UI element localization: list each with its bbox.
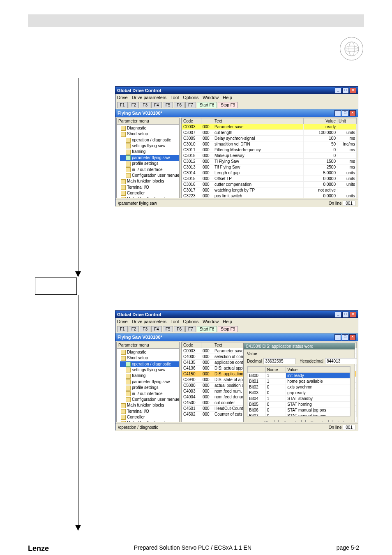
status-word-dialog[interactable]: C4150/0 DIS: application status word Val…	[243, 343, 355, 422]
bit-row[interactable]: Bit050STAT homing	[248, 402, 350, 407]
close-icon[interactable]: ×	[350, 312, 356, 318]
bit-row[interactable]: Bit001init ready	[248, 373, 350, 379]
menu-drive-parameters[interactable]: Drive parameters	[132, 319, 166, 324]
table-row[interactable]: C3018000Makeup Leeway0	[182, 153, 357, 159]
table-row[interactable]: C3011000Filtering Masterfrequency0ms	[182, 147, 357, 153]
cancel-button[interactable]: Cancel	[305, 420, 329, 422]
table-row[interactable]: C0003000Parameter saveready	[182, 124, 357, 130]
toolbar[interactable]: F1F2F3F4F5F6F7Start F8Stop F9	[115, 325, 358, 333]
tree-item[interactable]: Motor/ feedback systems	[120, 420, 179, 422]
tree-item[interactable]: profile settings	[120, 385, 179, 391]
parameter-tree[interactable]: Parameter menu DiagnosticShort setupoper…	[116, 118, 180, 198]
bit-row[interactable]: Bit041STAT standby	[248, 396, 350, 402]
tb-stop-f9[interactable]: Stop F9	[218, 102, 238, 108]
child-max-icon[interactable]: □	[342, 110, 348, 116]
menu-drive[interactable]: Drive	[117, 319, 128, 324]
minimize-icon[interactable]: _	[335, 88, 341, 94]
col-header[interactable]: Unit	[337, 118, 357, 124]
tb-f1[interactable]: F1	[117, 102, 128, 108]
tree-item[interactable]: in- / out interface	[120, 167, 179, 173]
col-header[interactable]	[201, 118, 213, 124]
tb-start-f8[interactable]: Start F8	[197, 326, 217, 332]
tree-item[interactable]: Configuration user menue	[120, 173, 179, 178]
tb-f6[interactable]: F6	[174, 326, 184, 332]
tb-f7[interactable]: F7	[185, 102, 196, 108]
tb-start-f8[interactable]: Start F8	[197, 102, 217, 108]
decimal-field[interactable]	[263, 358, 295, 364]
menu-drive-parameters[interactable]: Drive parameters	[132, 95, 166, 100]
tb-f2[interactable]: F2	[129, 326, 139, 332]
table-row[interactable]: C3014000Length of gap5.0000units	[182, 170, 357, 176]
tree-item[interactable]: Terminal I/O	[120, 409, 179, 414]
tree-item[interactable]: in- / out interface	[120, 391, 179, 397]
window-controls[interactable]: _□×	[334, 311, 356, 318]
table-row[interactable]: C3007000cut length100.0000units	[182, 130, 357, 136]
child-min-icon[interactable]: _	[334, 334, 341, 340]
table-row[interactable]: C3010000simualtion vel DFIN50inc/ms	[182, 141, 357, 147]
table-row[interactable]: C3017000watching length by TPnot active	[182, 187, 357, 193]
menu-window[interactable]: Window	[203, 95, 219, 100]
child-close-icon[interactable]: ×	[349, 334, 356, 340]
tree-item[interactable]: profile settings	[120, 161, 179, 166]
tb-stop-f9[interactable]: Stop F9	[218, 326, 238, 332]
tb-f4[interactable]: F4	[151, 102, 162, 108]
tb-f1[interactable]: F1	[117, 326, 128, 332]
tb-f3[interactable]: F3	[140, 102, 150, 108]
tb-f6[interactable]: F6	[174, 102, 184, 108]
tree-item[interactable]: Motor/ feedback systems	[120, 196, 179, 198]
maximize-icon[interactable]: □	[342, 312, 349, 318]
menu-options[interactable]: Options	[183, 95, 198, 100]
titlebar[interactable]: Global Drive Control _□×	[115, 311, 358, 318]
titlebar[interactable]: Global Drive Control _□×	[115, 87, 358, 94]
tree-item[interactable]: Short setup	[120, 131, 179, 137]
tb-f4[interactable]: F4	[151, 326, 162, 332]
bit-row[interactable]: Bit020axis synchron	[248, 384, 350, 390]
tree-item[interactable]: Controller	[120, 414, 179, 420]
tree-item[interactable]: operation / diagnostic	[120, 361, 179, 367]
table-row[interactable]: C3012000Ti Flying Saw1500ms	[182, 159, 357, 164]
bit-row[interactable]: Bit030gap ready	[248, 390, 350, 396]
parameter-grid[interactable]: CodeTextValueUnitC0003000Parameter saver…	[181, 118, 357, 198]
table-row[interactable]: C3016000cutter compensation0.0000units	[182, 182, 357, 187]
close-icon[interactable]: ×	[350, 88, 356, 94]
tb-f3[interactable]: F3	[140, 326, 150, 332]
tree-item[interactable]: operation / diagnostic	[120, 137, 179, 143]
tree-item[interactable]: settings flying saw	[120, 143, 179, 149]
menubar[interactable]: DriveDrive parametersToolOptionsWindowHe…	[115, 94, 358, 101]
tb-f5[interactable]: F5	[163, 102, 173, 108]
child-max-icon[interactable]: □	[342, 334, 348, 340]
table-row[interactable]: C3013000Tif Flying Saw2500ms	[182, 164, 357, 170]
ok-button[interactable]: Ok	[259, 420, 275, 422]
col-header[interactable]: Code	[182, 118, 201, 124]
col-header[interactable]: Value	[303, 118, 337, 124]
tree-item[interactable]: Diagnostic	[120, 349, 179, 355]
tree-item[interactable]: Short setup	[120, 355, 179, 361]
tree-item[interactable]: settings flying saw	[120, 367, 179, 373]
parameter-tree[interactable]: Parameter menu DiagnosticShort setupoper…	[116, 342, 180, 422]
tb-f2[interactable]: F2	[129, 102, 139, 108]
menu-help[interactable]: Help	[223, 319, 232, 324]
tree-item[interactable]: framing	[120, 373, 179, 379]
window-controls[interactable]: _□×	[334, 87, 356, 94]
table-row[interactable]: C3223000pos limit switch0.0000units	[182, 193, 357, 199]
tree-item[interactable]: framing	[120, 149, 179, 155]
tree-item[interactable]: Configuration user menue	[120, 397, 179, 402]
table-row[interactable]: C3015000Offset TP0.0000units	[182, 176, 357, 182]
menu-options[interactable]: Options	[183, 319, 198, 324]
bit-list[interactable]: NameValueBit001init readyBit011home pos …	[247, 366, 350, 416]
col-header[interactable]	[201, 342, 213, 348]
accept-button[interactable]: Accept	[278, 420, 302, 422]
maximize-icon[interactable]: □	[342, 88, 349, 94]
tree-item[interactable]: Controller	[120, 190, 179, 196]
tree-item[interactable]: Main funktion blocks	[120, 402, 179, 408]
minimize-icon[interactable]: _	[335, 312, 341, 318]
tree-item[interactable]: Diagnostic	[120, 125, 179, 131]
bit-row[interactable]: Bit011home pos available	[248, 379, 350, 384]
menu-window[interactable]: Window	[203, 319, 219, 324]
help-button[interactable]: Help	[332, 420, 351, 422]
menu-drive[interactable]: Drive	[117, 95, 128, 100]
col-header[interactable]: Text	[213, 118, 304, 124]
menu-tool[interactable]: Tool	[171, 319, 179, 324]
menu-tool[interactable]: Tool	[171, 95, 179, 100]
toolbar[interactable]: F1F2F3F4F5F6F7Start F8Stop F9	[115, 101, 358, 109]
